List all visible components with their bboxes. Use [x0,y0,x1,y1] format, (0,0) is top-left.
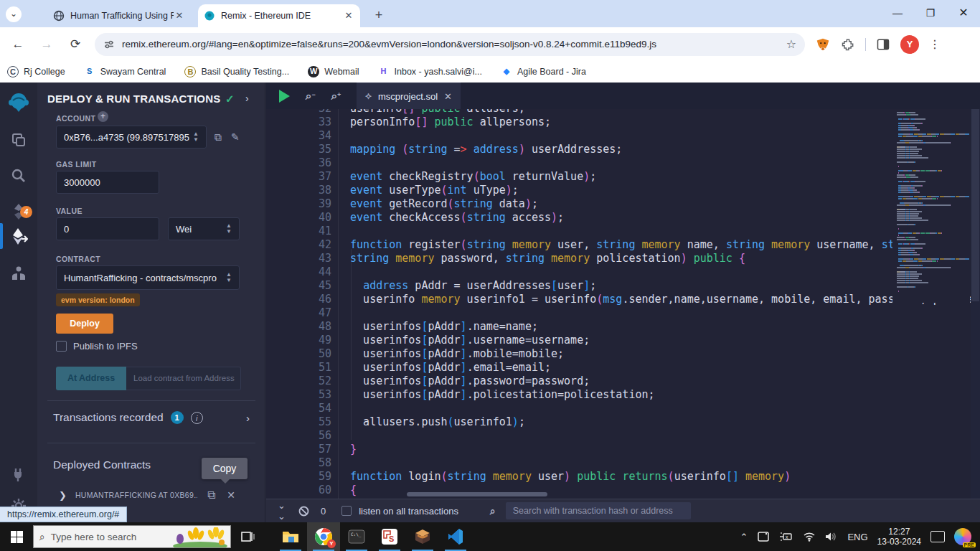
plugin-manager-icon[interactable] [0,458,37,490]
profile-avatar[interactable]: Y [900,35,919,54]
code-line[interactable]: 33 personInfo[] public allpersons; [266,116,980,129]
taskbar-clock[interactable]: 12:27 13-03-2024 [877,527,921,547]
code-line[interactable]: 51 userinfos[pAddr].email=email; [266,361,980,375]
select-stepper-icon[interactable]: ▲▼ [226,272,232,283]
action-center-icon[interactable] [930,531,945,542]
window-minimize-button[interactable]: — [881,0,914,27]
code-line[interactable]: 55 allusers.push(userinfo1); [266,415,980,429]
reload-button[interactable]: ⟳ [65,34,86,55]
code-line[interactable]: 54 [266,402,980,415]
at-address-button[interactable]: At Address [56,367,126,390]
task-view-button[interactable] [231,522,264,551]
copy-contract-icon[interactable]: ⧉ [207,489,215,501]
chevron-right-icon[interactable]: › [246,412,250,424]
tab-search-icon[interactable]: ⌄ [6,6,22,22]
plugin-panel-icon[interactable] [0,258,37,289]
code-line[interactable]: 57 } [266,443,980,456]
bookmark-star-icon[interactable]: ☆ [786,37,796,51]
clear-console-icon[interactable] [298,506,309,517]
bookmark-item[interactable]: SSwayam Central [84,66,166,77]
code-line[interactable]: 60 { [266,484,980,497]
site-settings-icon[interactable] [103,39,115,50]
window-restore-button[interactable]: ❐ [914,0,947,27]
editor-tab[interactable]: ⟡ mscproject.sol ✕ [357,83,461,109]
remove-contract-icon[interactable]: ✕ [227,489,235,501]
listen-transactions-checkbox[interactable] [341,506,352,516]
volume-icon[interactable] [825,532,838,542]
code-line[interactable]: 52 userinfos[pAddr].password=password; [266,375,980,388]
tray-expand-icon[interactable]: ⌃ [740,532,748,542]
taskbar-search-box[interactable]: ⌕ Type here to search [33,525,231,548]
new-tab-button[interactable]: + [370,7,387,24]
terminal-search-input[interactable] [506,502,691,519]
window-close-button[interactable]: ✕ [947,0,980,27]
vscode-taskbar-icon[interactable] [439,522,472,551]
gas-limit-input[interactable]: 3000000 [56,171,159,194]
minimap[interactable] [892,109,970,303]
start-button[interactable] [0,522,33,551]
code-line[interactable]: 34 [266,129,980,143]
code-line[interactable]: 46 userinfo memory userinfo1 = userinfo(… [266,293,980,306]
bookmark-item[interactable]: ◆Agile Board - Jira [501,66,586,77]
code-line[interactable]: 35 mapping (string => address) userAddre… [266,143,980,156]
deploy-button[interactable]: Deploy [56,314,113,334]
code-line[interactable]: 56 [266,429,980,443]
back-button[interactable]: ← [7,34,29,55]
code-line[interactable]: 37 event checkRegistry(bool returnValue)… [266,170,980,184]
file-explorer-taskbar-icon[interactable] [274,522,307,551]
s-app-taskbar-icon[interactable]: S [373,522,406,551]
copilot-icon[interactable]: PRE [954,528,971,545]
code-line[interactable]: 48 userinfos[pAddr].name=name; [266,320,980,334]
editor-tab-close-icon[interactable]: ✕ [444,91,452,102]
info-icon[interactable]: i [191,412,203,424]
edit-account-icon[interactable]: ✎ [231,131,240,143]
code-line[interactable]: 42 function register(string memory user,… [266,238,980,252]
code-line[interactable]: 40 event checkAccess(string access); [266,211,980,225]
chrome-taskbar-icon[interactable]: Y [307,522,340,551]
add-account-icon[interactable]: + [98,111,108,122]
code-line[interactable]: 32 userInfo[] public allusers; [266,109,980,116]
deployed-contract-row[interactable]: ❯ HUMANTRAFFICKING AT 0XB69...20C3 ⧉ ✕ [59,489,257,501]
power-battery-icon[interactable]: x [779,532,793,542]
zoom-out-icon[interactable]: ⌕− [306,90,316,103]
browser-tab-1[interactable]: Human Trafficking Using Face R ✕ [47,4,191,27]
select-stepper-icon[interactable]: ▲▼ [226,223,232,235]
code-line[interactable]: 47 [266,306,980,320]
copy-account-icon[interactable]: ⧉ [215,131,222,143]
code-line[interactable]: 41 [266,225,980,238]
metamask-extension-icon[interactable] [815,37,831,52]
transactions-recorded-row[interactable]: Transactions recorded 1 i › [53,411,255,424]
chevron-expand-icon[interactable]: ❯ [59,490,67,501]
code-viewport[interactable]: 32 userInfo[] public allusers;33 personI… [266,109,980,499]
panel-expand-icon[interactable]: › [245,93,249,104]
forward-button[interactable]: → [36,34,57,55]
remix-logo-icon[interactable] [0,87,37,118]
code-line[interactable]: 43 string memory password, string memory… [266,252,980,265]
code-line[interactable]: 53 userinfos[pAddr].policestation=police… [266,388,980,402]
bookmark-item[interactable]: HInbox - yash.salvi@i... [378,66,482,77]
at-address-input[interactable]: Load contract from Address [126,367,241,390]
bookmark-item[interactable]: BBasil Quality Testing... [184,66,289,77]
zoom-in-icon[interactable]: ⌕+ [331,90,341,103]
extensions-puzzle-icon[interactable] [841,37,855,52]
file-explorer-icon[interactable] [0,124,37,156]
run-script-icon[interactable] [279,90,290,103]
search-icon[interactable] [0,160,37,192]
language-indicator[interactable]: ENG [847,532,867,542]
vertical-scrollbar[interactable] [971,109,980,499]
code-line[interactable]: 38 event userType(int uType); [266,184,980,197]
code-line[interactable]: 36 [266,156,980,170]
select-stepper-icon[interactable]: ▲▼ [193,131,199,143]
code-line[interactable]: 58 [266,456,980,470]
tab-close-icon[interactable]: ✕ [174,10,185,22]
code-line[interactable]: 39 event getRecord(string data); [266,197,980,211]
wifi-icon[interactable] [803,532,816,542]
bookmark-item[interactable]: WWebmail [308,66,359,77]
code-line[interactable]: 45 address pAddr = userAddresses[user]; [266,279,980,293]
publish-ipfs-checkbox[interactable] [56,341,67,352]
tab-close-icon[interactable]: ✕ [343,10,354,22]
code-line[interactable]: 49 userinfos[pAddr].username=username; [266,334,980,347]
contract-select[interactable]: HumantRafficking - contracts/mscpro ▲▼ [56,265,240,290]
browser-tab-2[interactable]: Remix - Ethereum IDE ✕ [198,4,360,27]
horizontal-scrollbar[interactable] [407,492,547,496]
